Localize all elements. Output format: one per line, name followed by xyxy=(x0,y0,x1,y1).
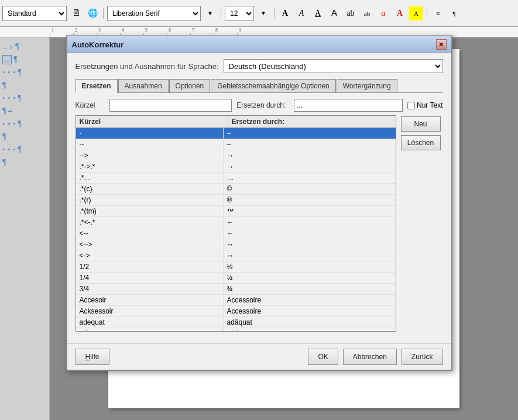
shadow-icon[interactable]: ab xyxy=(344,6,358,20)
sidebar-dots-7: • • • xyxy=(2,120,16,129)
td-kurzel: .*... xyxy=(76,173,224,183)
table-row[interactable]: <-> ↔ xyxy=(76,250,396,261)
td-ersetzen: Accessoire xyxy=(224,306,396,316)
autokorrektur-dialog: AutoKorrektur ✕ Ersetzungen und Ausnahme… xyxy=(66,35,452,371)
td-ersetzen: © xyxy=(224,184,396,194)
hilfe-button[interactable]: Hilfe xyxy=(76,349,109,365)
sidebar-para-10: ¶ xyxy=(2,158,6,167)
side-buttons: Neu Löschen xyxy=(401,115,443,332)
sidebar-para-6: ¶ xyxy=(2,106,6,116)
bold-icon[interactable]: A xyxy=(278,6,292,20)
sep4 xyxy=(427,8,427,19)
tab-ausnahmen[interactable]: Ausnahmen xyxy=(118,79,169,92)
dialog-title: AutoKorrektur xyxy=(72,40,124,49)
nur-text-checkbox[interactable] xyxy=(407,102,415,109)
abbrechen-button[interactable]: Abbrechen xyxy=(343,349,397,365)
lang-row: Ersetzungen und Ausnahmen für Sprache: D… xyxy=(76,59,443,73)
td-ersetzen: ™ xyxy=(224,206,396,216)
table-row[interactable]: .*->.* → xyxy=(76,161,396,173)
table-section: Kürzel Ersetzen durch: - – -- – --> → .*… xyxy=(76,115,443,332)
td-ersetzen: ¾ xyxy=(224,284,396,294)
tab-ersetzen[interactable]: Ersetzen xyxy=(76,79,118,93)
highlight-icon[interactable]: A xyxy=(409,6,423,20)
font-name-select[interactable]: Liberation Serif xyxy=(107,6,201,21)
font-size-select[interactable]: 12 xyxy=(225,6,254,21)
sidebar-para-1: ¶ xyxy=(15,42,19,51)
td-ersetzen: – xyxy=(224,139,396,150)
color-ab-icon[interactable]: ab xyxy=(360,6,374,20)
lang-select[interactable]: Deutsch (Deutschland) xyxy=(224,59,443,73)
td-kurzel: <--> xyxy=(76,239,224,250)
toolbar: Standard 🖹 🌐 Liberation Serif ▼ 12 ▼ A A… xyxy=(0,0,518,27)
zuruck-button[interactable]: Zurück xyxy=(402,349,443,365)
td-kurzel: 1/4 xyxy=(76,273,224,283)
table-row[interactable]: <--> ↔ xyxy=(76,239,396,250)
font-name-dropdown-icon[interactable]: ▼ xyxy=(203,6,217,20)
td-kurzel: adequat xyxy=(76,317,224,328)
table-row[interactable]: 1/4 ¼ xyxy=(76,273,396,284)
spellcheck-icon[interactable]: α xyxy=(376,6,390,20)
table-row[interactable]: adnere andere xyxy=(76,328,396,331)
table-row[interactable]: Accesoir Accessoire xyxy=(76,295,396,306)
table-row[interactable]: --> → xyxy=(76,150,396,161)
sidebar-item-8: ¶ xyxy=(2,132,6,142)
sidebar-dots-3: • • • xyxy=(2,68,16,77)
dialog-close-button[interactable]: ✕ xyxy=(436,39,447,50)
kurzel-input[interactable] xyxy=(109,99,232,112)
sidebar-para-3: ¶ xyxy=(18,68,22,77)
sidebar-para-2: ¶ xyxy=(13,55,17,64)
format-icon2[interactable]: 🌐 xyxy=(85,6,100,20)
td-ersetzen: adäquat xyxy=(224,317,396,328)
sidebar-dots-5: • • • xyxy=(2,94,16,103)
td-kurzel: .*(c) xyxy=(76,184,224,194)
table-row[interactable]: .*... … xyxy=(76,173,396,184)
table-body[interactable]: - – -- – --> → .*->.* → .*... … .*(c) © … xyxy=(76,128,396,331)
sidebar-item-5: • • • ¶ xyxy=(2,94,22,103)
table-row[interactable]: .*(tm) ™ xyxy=(76,206,396,217)
td-ersetzen: Accessoire xyxy=(224,295,396,305)
td-kurzel: .*<-.* xyxy=(76,217,224,228)
sidebar-arrow-6: ↵ xyxy=(8,108,13,115)
ersetzen-input[interactable] xyxy=(294,99,403,112)
sidebar-item-9: • • • ¶ xyxy=(2,145,22,154)
ok-button[interactable]: OK xyxy=(308,349,338,365)
td-ersetzen: … xyxy=(224,173,396,183)
table-row[interactable]: Acksessoir Accessoire xyxy=(76,306,396,317)
table-row[interactable]: .*<-.* ← xyxy=(76,217,396,228)
td-kurzel: .*(tm) xyxy=(76,206,224,216)
format-icon1[interactable]: 🖹 xyxy=(69,6,83,20)
table-row[interactable]: .*(c) © xyxy=(76,184,396,195)
td-ersetzen: → xyxy=(224,150,396,161)
italic-icon[interactable]: A xyxy=(294,6,308,20)
neu-button[interactable]: Neu xyxy=(401,116,441,132)
sidebar-item-7: • • • ¶ xyxy=(2,119,22,129)
td-kurzel: adnere xyxy=(76,328,224,331)
loschen-button[interactable]: Löschen xyxy=(401,135,441,150)
table-row[interactable]: .*(r) ® xyxy=(76,195,396,206)
paragraph-icon[interactable]: ¶ xyxy=(447,6,461,20)
underline-icon[interactable]: A xyxy=(311,6,325,20)
table-row[interactable]: - – xyxy=(76,128,396,139)
strikethrough-icon[interactable]: A̶ xyxy=(327,6,341,20)
tab-gebiet[interactable]: Gebietsschemaabhängige Optionen xyxy=(211,79,335,92)
table-row[interactable]: <-- ← xyxy=(76,228,396,239)
td-ersetzen: ® xyxy=(224,195,396,205)
style-select[interactable]: Standard xyxy=(2,6,67,21)
table-row[interactable]: adequat adäquat xyxy=(76,317,396,328)
tab-optionen[interactable]: Optionen xyxy=(169,79,211,92)
td-ersetzen: – xyxy=(224,128,396,139)
sidebar-para-5: ¶ xyxy=(18,94,22,103)
font-color-icon[interactable]: A xyxy=(393,6,407,20)
sidebar-item-10: ¶ xyxy=(2,158,6,167)
td-kurzel: Acksessoir xyxy=(76,306,224,316)
font-size-dropdown-icon[interactable]: ▼ xyxy=(256,6,270,20)
td-kurzel: Accesoir xyxy=(76,295,224,305)
td-kurzel: - xyxy=(76,128,224,139)
table-row[interactable]: 3/4 ¾ xyxy=(76,284,396,295)
list-icon[interactable]: ≡ xyxy=(431,6,445,20)
tab-wort[interactable]: Wortergänzung xyxy=(337,79,397,92)
table-row[interactable]: 1/2 ½ xyxy=(76,261,396,273)
table-row[interactable]: -- – xyxy=(76,139,396,150)
th-ersetzen: Ersetzen durch: xyxy=(228,116,396,128)
td-kurzel: <-- xyxy=(76,228,224,239)
